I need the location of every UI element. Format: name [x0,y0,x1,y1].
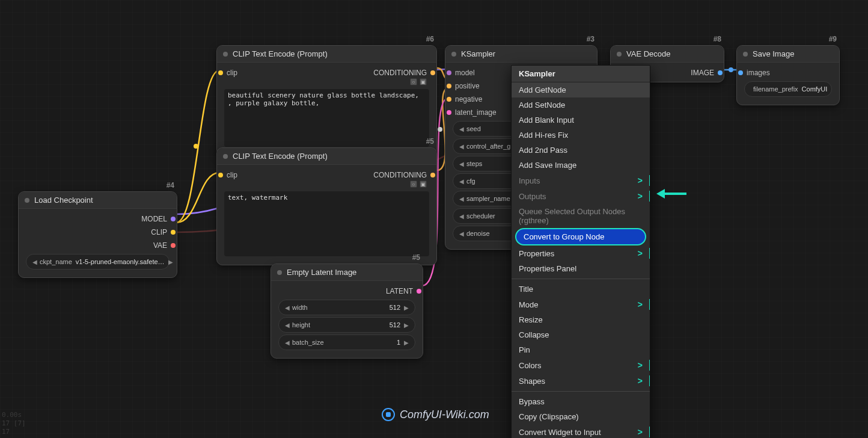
node-titlebar[interactable]: CLIP Text Encode (Prompt) [217,148,436,165]
widget-scheduler[interactable]: ◀scheduler [453,208,519,224]
node-load-checkpoint[interactable]: #4 Load Checkpoint MODEL CLIP VAE ◀ ckpt… [18,191,177,278]
chevron-left-icon[interactable]: ◀ [285,339,290,346]
node-titlebar[interactable]: Load Checkpoint [19,192,177,209]
port-model-out[interactable] [171,217,176,221]
widget-cfg[interactable]: ◀cfg [453,173,519,189]
widget-ckpt-name[interactable]: ◀ ckpt_name v1-5-pruned-emaonly.safete… … [26,254,170,270]
context-menu-item[interactable]: Add Blank Input [512,113,650,128]
widget-label: sampler_name [464,195,512,202]
chevron-left-icon[interactable]: ◀ [459,178,464,185]
port-vae-out[interactable] [171,243,176,248]
widget-filename-prefix[interactable]: filename_prefixComfyUI [744,81,832,97]
collapse-dot-icon[interactable] [451,52,456,57]
context-menu-item[interactable]: Outputs> [512,188,650,204]
chevron-left-icon[interactable]: ◀ [285,304,290,311]
context-menu-item[interactable]: Properties Panel [512,261,650,276]
widget-control-after-generate[interactable]: ◀control_after_genera [453,138,519,154]
context-menu-item[interactable]: Copy (Clipspace) [512,409,650,424]
node-clip-negative[interactable]: #5 CLIP Text Encode (Prompt) clip CONDIT… [216,147,437,265]
node-titlebar[interactable]: VAE Decode [611,46,724,63]
context-menu-item[interactable]: Bypass [512,394,650,409]
context-menu-item[interactable]: Mode> [512,297,650,312]
context-menu-item[interactable]: Add SetNode [512,97,650,113]
node-title: Save Image [753,49,794,58]
collapse-dot-icon[interactable] [223,52,228,57]
port-positive-in[interactable] [447,84,451,88]
context-menu-item[interactable]: Convert Widget to Input> [512,424,650,438]
port-latent-in[interactable] [447,110,451,115]
chevron-left-icon[interactable]: ◀ [285,322,290,328]
port-clip-out[interactable] [171,230,176,235]
widget-seed[interactable]: ◀seed [453,121,519,137]
port-clip-in[interactable] [218,70,223,75]
input-label: positive [455,82,480,90]
chevron-left-icon[interactable]: ◀ [459,161,464,167]
input-label: model [455,69,475,77]
port-image-out[interactable] [718,70,723,75]
prompt-textarea[interactable]: beautiful scenery nature glass bottle la… [224,89,429,147]
chevron-right-icon[interactable]: ▶ [404,339,409,346]
widget-label: steps [464,160,512,167]
context-menu-item[interactable]: Properties> [512,245,650,261]
port-conditioning-out[interactable] [430,173,435,177]
svg-point-0 [729,67,733,72]
collapse-dot-icon[interactable] [223,154,228,159]
watermark: ComfyUI-Wiki.com [382,408,489,421]
context-menu[interactable]: KSampler Add GetNodeAdd SetNodeAdd Blank… [511,65,650,438]
node-clip-positive[interactable]: #6 CLIP Text Encode (Prompt) clip CONDIT… [216,45,437,156]
chevron-left-icon[interactable]: ◀ [459,143,464,150]
context-menu-item[interactable]: Pin [512,342,650,357]
chevron-left-icon[interactable]: ◀ [459,213,464,220]
collapse-dot-icon[interactable] [743,52,748,57]
chevron-right-icon[interactable]: ▶ [404,322,409,328]
chevron-left-icon[interactable]: ◀ [32,259,37,265]
context-menu-item[interactable]: Inputs> [512,173,650,188]
node-save-image[interactable]: #9 Save Image images filename_prefixComf… [736,45,840,105]
context-menu-item-label: Add 2nd Pass [519,146,567,155]
context-menu-item[interactable]: Add Hi-res Fix [512,128,650,143]
context-menu-item[interactable]: Add GetNode [512,82,650,97]
chevron-right-icon[interactable]: ▶ [404,304,409,311]
port-images-in[interactable] [738,70,743,75]
port-negative-in[interactable] [447,97,451,102]
collapse-dot-icon[interactable] [617,52,622,57]
node-titlebar[interactable]: Save Image [737,46,839,63]
port-model-in[interactable] [447,70,451,75]
chevron-left-icon[interactable]: ◀ [459,196,464,202]
collapse-dot-icon[interactable] [277,270,282,275]
chevron-left-icon[interactable]: ◀ [459,230,464,237]
context-menu-item[interactable]: Add 2nd Pass [512,143,650,158]
widget-sampler-name[interactable]: ◀sampler_name [453,191,519,206]
context-menu-item[interactable]: Resize [512,312,650,327]
node-titlebar[interactable]: Empty Latent Image [271,264,423,281]
context-menu-item[interactable]: Add Save Image [512,158,650,173]
context-menu-item[interactable]: Title [512,282,650,297]
widget-width[interactable]: ◀width512▶ [278,300,415,315]
widget-label: denoise [464,230,512,237]
node-titlebar[interactable]: KSampler [445,46,597,63]
node-empty-latent[interactable]: #5 Empty Latent Image LATENT ◀width512▶ … [270,264,423,359]
context-menu-item[interactable]: Convert to Group Node [515,228,646,245]
widget-batch[interactable]: ◀batch_size1▶ [278,335,415,350]
output-label: MODEL [141,215,167,223]
chevron-right-icon[interactable]: ▶ [168,259,173,265]
node-id: #9 [829,35,837,43]
context-menu-item[interactable]: Shapes> [512,373,650,389]
port-latent-out[interactable] [417,289,421,294]
context-menu-item-label: Convert to Group Node [524,232,604,241]
chevron-right-icon: > [638,176,643,185]
node-titlebar[interactable]: CLIP Text Encode (Prompt) [217,46,436,63]
widget-denoise[interactable]: ◀denoise [453,226,519,241]
chevron-left-icon[interactable]: ◀ [459,126,464,132]
widget-height[interactable]: ◀height512▶ [278,317,415,333]
widget-steps[interactable]: ◀steps [453,156,519,171]
svg-point-2 [438,127,442,132]
context-menu-item[interactable]: Collapse [512,327,650,342]
prompt-textarea[interactable]: text, watermark [224,191,429,256]
port-clip-in[interactable] [218,173,223,177]
port-conditioning-out[interactable] [430,70,435,75]
context-menu-item[interactable]: Colors> [512,357,650,373]
context-menu-item[interactable]: Queue Selected Output Nodes (rgthree) [512,204,650,228]
collapse-dot-icon[interactable] [25,198,29,203]
context-menu-item-label: Add Save Image [519,161,576,170]
